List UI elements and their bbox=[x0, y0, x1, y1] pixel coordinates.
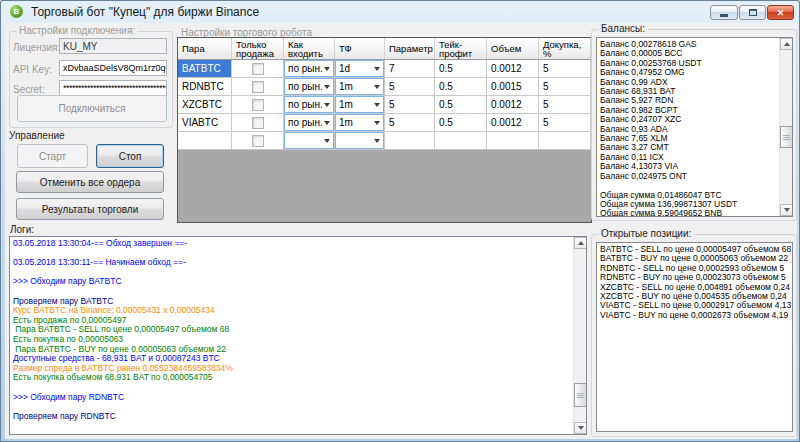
checkbox-icon[interactable] bbox=[252, 117, 264, 129]
cell-take-profit[interactable]: 0.5 bbox=[435, 78, 487, 96]
cell-pair[interactable]: VIABTC bbox=[178, 114, 232, 132]
balance-total-item[interactable]: Общая сумма 9,59049652 BNB bbox=[598, 209, 777, 217]
cell-tf-new[interactable] bbox=[335, 132, 385, 150]
logs-scrollbar[interactable] bbox=[573, 237, 586, 434]
cell-volume[interactable]: 0.0015 bbox=[487, 78, 539, 96]
col-header-pair[interactable]: Пара bbox=[178, 38, 232, 59]
trade-results-button[interactable]: Результаты торговли bbox=[16, 198, 164, 220]
cell-pair[interactable]: RDNBTC bbox=[178, 78, 232, 96]
cell-take-profit[interactable]: 0.5 bbox=[435, 96, 487, 114]
log-line: Проверяем пару RDNBTC bbox=[12, 412, 571, 422]
col-header-tf[interactable]: ТФ bbox=[335, 38, 385, 59]
cell-param[interactable]: 5 bbox=[385, 114, 435, 132]
cell-only-sell[interactable] bbox=[232, 114, 284, 132]
balances-listbox[interactable]: Баланс 0,00278618 GASБаланс 0,00005 BCCБ… bbox=[596, 37, 793, 217]
cell-entry[interactable]: по рын... bbox=[284, 96, 335, 114]
secret-field[interactable]: ************************************* bbox=[59, 80, 167, 96]
cell-tf[interactable]: 1m bbox=[335, 78, 385, 96]
open-positions-group: Открытые позиции: BATBTC - SELL по цене … bbox=[591, 234, 797, 437]
start-button[interactable]: Старт bbox=[17, 144, 88, 168]
cell-param[interactable]: 5 bbox=[385, 78, 435, 96]
checkbox-icon[interactable] bbox=[252, 63, 264, 75]
cell-tf[interactable]: 1m bbox=[335, 114, 385, 132]
cell-only-sell-new[interactable] bbox=[232, 132, 284, 150]
scrollbar-thumb[interactable] bbox=[574, 383, 587, 407]
checkbox-icon[interactable] bbox=[252, 81, 264, 93]
cell-tf[interactable]: 1d bbox=[335, 60, 385, 78]
arrow-down-icon bbox=[578, 426, 584, 430]
tf-combobox[interactable]: 1m bbox=[335, 114, 384, 131]
logs-textbox[interactable]: 03.05.2018 13:30:04-== Обход завершен ==… bbox=[9, 236, 587, 435]
cell-rebuy[interactable]: 5 bbox=[539, 78, 591, 96]
scroll-up-button[interactable] bbox=[780, 38, 793, 50]
cell-rebuy[interactable]: 5 bbox=[539, 114, 591, 132]
cell-param[interactable]: 5 bbox=[385, 96, 435, 114]
connect-button[interactable]: Подключиться bbox=[17, 95, 167, 122]
cell-volume[interactable]: 0.0012 bbox=[487, 96, 539, 114]
entry-combobox[interactable]: по рын... bbox=[284, 78, 334, 95]
log-line: >>> Обходим пару RDNBTC bbox=[12, 393, 571, 403]
cell-pair[interactable]: BATBTC bbox=[178, 60, 232, 78]
cell-volume[interactable]: 0.0012 bbox=[487, 60, 539, 78]
entry-combobox[interactable]: по рын... bbox=[284, 96, 334, 113]
api-key-field[interactable]: xDvbaaSDelsV8Qm1rz0qRgzN bbox=[59, 60, 167, 76]
scroll-down-button[interactable] bbox=[780, 204, 793, 216]
cell-pair-new[interactable] bbox=[178, 132, 232, 150]
minimize-button[interactable] bbox=[710, 5, 738, 20]
cell-only-sell[interactable] bbox=[232, 78, 284, 96]
col-header-entry[interactable]: Как входить bbox=[284, 38, 335, 59]
col-header-take-profit[interactable]: Тейк-профит bbox=[435, 38, 487, 59]
close-button[interactable]: ✕ bbox=[767, 5, 794, 20]
chevron-down-icon bbox=[374, 85, 380, 89]
stop-button[interactable]: Стоп bbox=[96, 144, 164, 168]
col-header-rebuy[interactable]: Докупка, % bbox=[539, 38, 591, 59]
cell-entry[interactable]: по рын... bbox=[284, 60, 335, 78]
scrollbar-thumb[interactable] bbox=[780, 126, 793, 148]
cell-entry[interactable]: по рын... bbox=[284, 78, 335, 96]
cell-pair[interactable]: XZCBTC bbox=[178, 96, 232, 114]
close-icon: ✕ bbox=[777, 8, 785, 18]
cell-param[interactable]: 7 bbox=[385, 60, 435, 78]
minimize-icon bbox=[720, 14, 728, 17]
management-label: Управление bbox=[9, 130, 65, 141]
chevron-down-icon bbox=[374, 103, 380, 107]
cell-param-new[interactable] bbox=[385, 132, 435, 150]
arrow-down-icon bbox=[784, 208, 790, 212]
cell-volume-new[interactable] bbox=[487, 132, 539, 150]
tf-combobox[interactable]: 1d bbox=[335, 60, 384, 77]
tf-combobox[interactable]: 1m bbox=[335, 78, 384, 95]
checkbox-icon[interactable] bbox=[252, 99, 264, 111]
license-field[interactable]: KU_MY bbox=[59, 38, 167, 54]
positions-listbox[interactable]: BATBTC - SELL по цене 0,00005497 объемом… bbox=[596, 242, 793, 432]
col-header-volume[interactable]: Объем bbox=[487, 38, 539, 59]
cell-rebuy[interactable]: 5 bbox=[539, 60, 591, 78]
entry-combobox[interactable]: по рын... bbox=[284, 114, 334, 131]
checkbox-icon[interactable] bbox=[252, 135, 264, 147]
scroll-down-button[interactable] bbox=[574, 422, 587, 434]
cell-only-sell[interactable] bbox=[232, 96, 284, 114]
cell-entry-new[interactable] bbox=[284, 132, 335, 150]
entry-combobox[interactable]: по рын... bbox=[284, 60, 334, 77]
col-header-only-sell[interactable]: Только продажа bbox=[232, 38, 284, 59]
cell-tf[interactable]: 1m bbox=[335, 96, 385, 114]
cell-entry[interactable]: по рын... bbox=[284, 114, 335, 132]
entry-combobox[interactable] bbox=[284, 132, 334, 149]
cell-only-sell[interactable] bbox=[232, 60, 284, 78]
cell-take-profit-new[interactable] bbox=[435, 132, 487, 150]
position-item[interactable]: VIABTC - BUY по цене 0,0002673 объемом 4… bbox=[598, 311, 790, 320]
tf-combobox[interactable] bbox=[335, 132, 384, 149]
cell-volume[interactable]: 0.0012 bbox=[487, 114, 539, 132]
maximize-button[interactable] bbox=[739, 5, 766, 20]
balance-item[interactable]: Баланс 0,024975 ONT bbox=[598, 172, 777, 181]
cell-take-profit[interactable]: 0.5 bbox=[435, 60, 487, 78]
balances-scrollbar[interactable] bbox=[779, 38, 792, 216]
cell-rebuy-new[interactable] bbox=[539, 132, 591, 150]
cell-take-profit[interactable]: 0.5 bbox=[435, 114, 487, 132]
title-bar[interactable]: B Торговый бот "Купец" для биржи Binance… bbox=[1, 1, 799, 23]
scroll-up-button[interactable] bbox=[574, 237, 587, 249]
cell-rebuy[interactable]: 5 bbox=[539, 96, 591, 114]
tf-combobox[interactable]: 1m bbox=[335, 96, 384, 113]
window-title: Торговый бот "Купец" для биржи Binance bbox=[31, 5, 259, 19]
col-header-param[interactable]: Параметр bbox=[385, 38, 435, 59]
cancel-all-orders-button[interactable]: Отменить все ордера bbox=[16, 171, 164, 193]
